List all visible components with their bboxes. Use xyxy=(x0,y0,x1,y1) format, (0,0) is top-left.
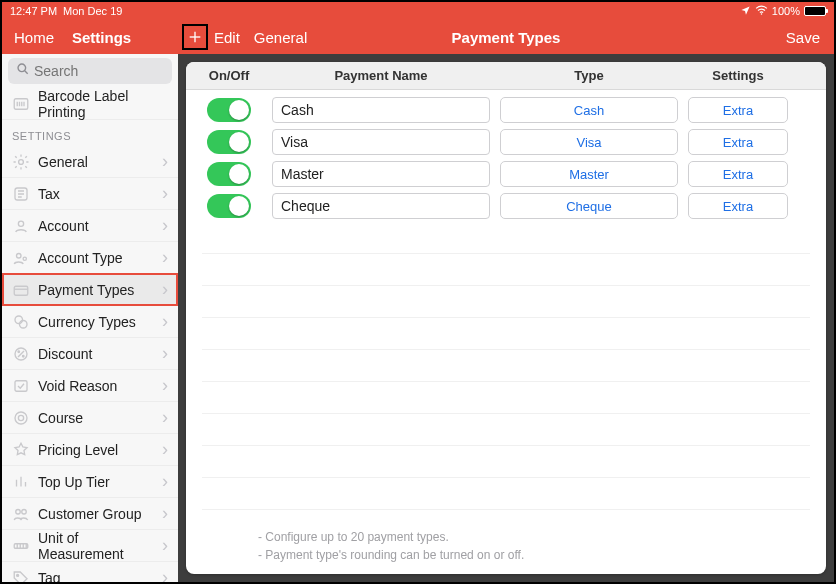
payment-name-input[interactable] xyxy=(272,129,490,155)
payment-type-button[interactable]: Visa xyxy=(500,129,678,155)
pricing-level-icon xyxy=(12,441,30,459)
payment-settings-button[interactable]: Extra xyxy=(688,193,788,219)
chevron-right-icon: › xyxy=(162,279,168,300)
payment-settings-button[interactable]: Extra xyxy=(688,161,788,187)
empty-row xyxy=(202,446,810,478)
col-header-type: Type xyxy=(500,68,678,83)
page-title: Payment Types xyxy=(452,29,561,46)
empty-row xyxy=(202,318,810,350)
sidebar-item-tax[interactable]: Tax› xyxy=(2,178,178,210)
payment-type-button[interactable]: Master xyxy=(500,161,678,187)
toggle-onoff[interactable] xyxy=(207,98,251,122)
svg-point-19 xyxy=(22,509,27,514)
tag-icon xyxy=(12,569,30,583)
battery-text: 100% xyxy=(772,5,800,17)
payment-name-input[interactable] xyxy=(272,193,490,219)
customer-group-icon xyxy=(12,505,30,523)
col-header-settings: Settings xyxy=(688,68,788,83)
sidebar-item-general[interactable]: General› xyxy=(2,146,178,178)
save-button[interactable]: Save xyxy=(786,29,820,46)
empty-row xyxy=(202,382,810,414)
footer-line-1: - Configure up to 20 payment types. xyxy=(258,528,826,546)
svg-point-4 xyxy=(19,159,24,164)
payment-name-input[interactable] xyxy=(272,161,490,187)
payment-types-icon xyxy=(12,281,30,299)
void-reason-icon xyxy=(12,377,30,395)
nav-settings[interactable]: Settings xyxy=(72,29,131,46)
sidebar-item-account-type[interactable]: Account Type› xyxy=(2,242,178,274)
top-up-tier-icon xyxy=(12,473,30,491)
sidebar-item-pricing-level[interactable]: Pricing Level› xyxy=(2,434,178,466)
empty-row xyxy=(202,350,810,382)
chevron-right-icon: › xyxy=(162,151,168,172)
toggle-onoff[interactable] xyxy=(207,194,251,218)
svg-point-14 xyxy=(23,355,25,357)
unit-of-measurement-icon xyxy=(12,537,30,555)
svg-line-2 xyxy=(25,71,28,74)
sidebar-item-customer-group[interactable]: Customer Group› xyxy=(2,498,178,530)
payment-settings-button[interactable]: Extra xyxy=(688,129,788,155)
location-icon xyxy=(740,5,751,18)
status-bar: 12:47 PM Mon Dec 19 100% xyxy=(2,2,834,20)
table-row: CashExtra xyxy=(186,94,826,126)
payment-type-button[interactable]: Cheque xyxy=(500,193,678,219)
sidebar-item-course[interactable]: Course› xyxy=(2,402,178,434)
sidebar-item-label: Barcode Label Printing xyxy=(38,88,168,120)
barcode-icon xyxy=(12,95,30,113)
svg-point-0 xyxy=(761,13,763,15)
empty-row xyxy=(202,254,810,286)
col-header-name: Payment Name xyxy=(272,68,490,83)
svg-point-21 xyxy=(17,574,19,576)
toggle-onoff[interactable] xyxy=(207,130,251,154)
sidebar-item-label: Account Type xyxy=(38,250,123,266)
nav-bar: Home Settings Edit General Payment Types… xyxy=(2,20,834,54)
sidebar-item-unit-of-measurement[interactable]: Unit of Measurement› xyxy=(2,530,178,562)
sidebar-item-discount[interactable]: Discount› xyxy=(2,338,178,370)
sidebar-item-label: Customer Group xyxy=(38,506,141,522)
svg-rect-15 xyxy=(15,380,27,391)
discount-icon xyxy=(12,345,30,363)
nav-general[interactable]: General xyxy=(254,29,307,46)
sidebar-item-tag[interactable]: Tag› xyxy=(2,562,178,582)
currency-types-icon xyxy=(12,313,30,331)
nav-home[interactable]: Home xyxy=(14,29,54,46)
sidebar-item-account[interactable]: Account› xyxy=(2,210,178,242)
wifi-icon xyxy=(755,5,768,17)
sidebar-item-void-reason[interactable]: Void Reason› xyxy=(2,370,178,402)
sidebar-item-label: Pricing Level xyxy=(38,442,118,458)
payment-name-input[interactable] xyxy=(272,97,490,123)
svg-point-13 xyxy=(18,351,20,353)
sidebar-item-payment-types[interactable]: Payment Types› xyxy=(2,274,178,306)
sidebar-item-barcode-label-printing[interactable]: Barcode Label Printing xyxy=(2,88,178,120)
payment-settings-button[interactable]: Extra xyxy=(688,97,788,123)
chevron-right-icon: › xyxy=(162,503,168,524)
table-row: VisaExtra xyxy=(186,126,826,158)
sidebar-item-label: Payment Types xyxy=(38,282,134,298)
main-panel: On/Off Payment Name Type Settings CashEx… xyxy=(186,62,826,574)
empty-row xyxy=(202,478,810,510)
sidebar-item-label: Currency Types xyxy=(38,314,136,330)
sidebar-item-currency-types[interactable]: Currency Types› xyxy=(2,306,178,338)
chevron-right-icon: › xyxy=(162,439,168,460)
empty-row xyxy=(202,286,810,318)
account-icon xyxy=(12,217,30,235)
status-time: 12:47 PM xyxy=(10,5,57,17)
general-icon xyxy=(12,153,30,171)
nav-edit[interactable]: Edit xyxy=(214,29,240,46)
svg-rect-9 xyxy=(14,286,28,295)
sidebar-item-label: Void Reason xyxy=(38,378,117,394)
sidebar-item-label: Tag xyxy=(38,570,61,583)
search-icon xyxy=(16,62,30,80)
chevron-right-icon: › xyxy=(162,183,168,204)
sidebar-item-top-up-tier[interactable]: Top Up Tier› xyxy=(2,466,178,498)
toggle-onoff[interactable] xyxy=(207,162,251,186)
chevron-right-icon: › xyxy=(162,407,168,428)
svg-point-17 xyxy=(18,415,23,420)
sidebar-item-label: Discount xyxy=(38,346,92,362)
add-button[interactable] xyxy=(182,24,208,50)
payment-type-button[interactable]: Cash xyxy=(500,97,678,123)
sidebar-section-header: SETTINGS xyxy=(2,120,178,146)
chevron-right-icon: › xyxy=(162,215,168,236)
search-input[interactable] xyxy=(8,58,172,84)
sidebar-item-label: Top Up Tier xyxy=(38,474,110,490)
